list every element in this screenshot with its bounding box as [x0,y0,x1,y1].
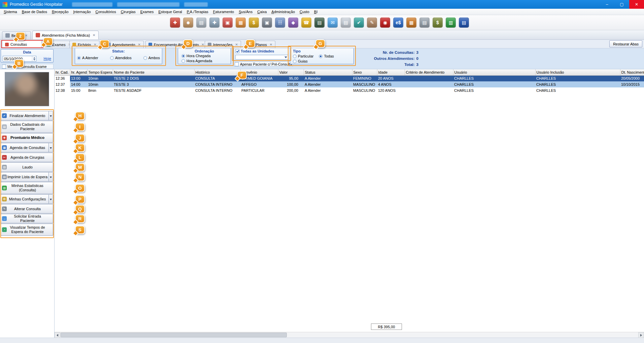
menu-item-custo[interactable]: Custo [297,9,312,14]
clinic-icon[interactable]: ✚ [209,17,219,28]
scroll-left-arrow[interactable] [55,332,60,338]
radio-guias[interactable]: Guias [293,59,308,63]
radio-ambos[interactable]: Ambos [143,56,160,60]
dropdown-arrow-icon[interactable] [48,195,53,203]
radio-hora-chegada[interactable]: Hora Chegada [181,54,212,58]
tab-close-icon[interactable]: ✕ [138,43,141,46]
printer-icon[interactable]: ▤ [419,17,430,28]
ambulance-icon[interactable]: ▣ [223,17,233,28]
table-row[interactable]: 12:3714:0010minTESTE 3CONSULTA INTERNOAF… [55,81,644,87]
maximize-button[interactable]: ▢ [614,0,629,9]
table-row[interactable]: 12:3815:008minTESTE ASDADFCONSULTA INTER… [55,87,644,93]
units-combobox[interactable] [235,55,289,60]
todas-unidades-checkbox[interactable]: Todas as Unidades [235,49,274,53]
sidebar-button-solicitar-entrada-paciente[interactable]: →Solicitar Entrada Paciente [1,214,53,223]
menu-item-bi[interactable]: BI [312,9,320,14]
chat-icon[interactable]: ✉ [328,17,338,28]
menu-item-sistema[interactable]: Sistema [1,9,20,14]
tasks-icon[interactable]: ✔ [354,17,364,28]
tab-encerramento-atendimento[interactable]: Encerramento Atendimento ✕ [145,41,207,48]
horizontal-scrollbar[interactable] [55,332,644,338]
notes-icon[interactable]: ✎ [367,17,377,28]
menu-item-recepcao[interactable]: Recepção [49,9,71,14]
close-button[interactable]: ✕ [629,0,644,9]
column-header-status[interactable]: Status [304,69,352,75]
tab-close-icon[interactable]: ✕ [25,34,28,37]
sidebar-button-minhas-estatisticas-consulta[interactable]: ▥Minhas Estatísticas (Consulta) [1,182,53,194]
ledger-icon[interactable]: ▤ [314,17,325,28]
sidebar-button-finalizar-atendimento[interactable]: ✔Finalizar Atendimento [1,111,53,120]
scroll-right-arrow[interactable] [638,332,644,338]
wallet-icon[interactable]: $ [433,17,443,28]
column-header-tempo-espera[interactable]: Tempo Espera [87,69,113,75]
pre-consulta-checkbox[interactable]: Apenas Paciente c/ Pré-Consulta [234,62,293,67]
sidebar-button-laudo[interactable]: ▤Laudo [1,162,53,172]
tab-fichario[interactable]: Fichário ✕ [69,41,100,48]
scrollbar-thumb[interactable] [61,333,287,337]
radio-atendidos[interactable]: Atendidos [110,56,132,60]
tab-atendimentos-ficha-medica[interactable]: Atendimentos (Ficha Médica) ✕ [32,31,99,39]
column-header-hr-cad[interactable]: hr. Cad. [55,69,70,75]
tab-close-icon[interactable]: ✕ [201,43,204,46]
sidebar-button-minhas-configuracoes[interactable]: ⚙Minhas Configurações [1,194,53,204]
column-header-usuario[interactable]: Usuário [453,69,535,75]
stock-icon[interactable]: ▦ [236,17,246,28]
esocial-icon[interactable]: e$ [393,17,403,28]
column-header-criterio-de-atendimento[interactable]: Critério de Atendimento [405,69,453,75]
table-row[interactable]: 12:3613:0010minTESTE 2 DOISCONSULTAUNIME… [55,75,644,81]
restaurar-abas-button[interactable]: Restaurar Abas [609,40,642,47]
column-header-nome-do-paciente[interactable]: Nome do Paciente [113,69,194,75]
menu-item-base-de-dados[interactable]: Base de Dados [20,9,49,14]
sidebar-button-imprimir-lista-de-espera[interactable]: ▤Imprimir Lista de Espera [1,172,53,182]
column-header-idade[interactable]: Idade [377,69,405,75]
column-header-valor[interactable]: Valor [278,69,304,75]
column-header-dt-nascimento[interactable]: Dt. Nascimento [620,69,644,75]
menu-item-internacao[interactable]: Internação [71,9,93,14]
tab-close-icon[interactable]: ✕ [235,43,238,46]
sidebar-button-dados-cadastrais-do-paciente[interactable]: ▤Dados Cadastrais do Paciente [1,121,53,133]
power-icon[interactable]: ◉ [380,17,390,28]
menu-item-exames[interactable]: Exames [138,9,156,14]
management-icon[interactable]: ☷ [275,17,285,28]
tab-close-icon[interactable]: ✕ [93,33,95,37]
menu-item-sus-ans[interactable]: Sus/Ans [236,9,255,14]
tab-close-icon[interactable]: ✕ [94,43,96,46]
sidebar-button-prontuario-medico[interactable]: ✚Prontuário Médico [1,133,53,143]
report-icon[interactable]: ▤ [341,17,351,28]
manual-icon[interactable]: ▤ [459,17,469,28]
sidebar-button-visualizar-tempos-de-espera-do-paciente[interactable]: ◔Visualizar Tempos de Espera do Paciente [1,224,53,236]
menu-item-faturamento[interactable]: Faturamento [211,9,236,14]
menu-item-estoque-geral[interactable]: Estoque Geral [156,9,184,14]
schedule-icon[interactable]: ▤ [196,17,206,28]
sidebar-button-agenda-de-cirurgias[interactable]: ✂Agenda de Cirurgias [1,153,53,162]
column-header-sexo[interactable]: Sexo [352,69,377,75]
modules-icon[interactable]: ◆ [288,17,298,28]
sidebar-button-alterar-consulta[interactable]: ✎Alterar Consulta [1,204,53,214]
menu-item-p-a-terapias[interactable]: P.A./Terapias [184,9,211,14]
column-header-hr-agend[interactable]: hr. Agend. [70,69,87,75]
minimize-button[interactable]: – [600,0,614,9]
column-header-historico[interactable]: Histórico [194,69,240,75]
menu-item-consultorios[interactable]: Consultórios [93,9,118,14]
chart-icon[interactable]: ▥ [446,17,456,28]
billing-icon[interactable]: $ [249,17,259,28]
menu-item-caixa[interactable]: Caixa [255,9,269,14]
dropdown-arrow-icon[interactable] [48,143,53,152]
tab-consultas[interactable]: Consultas [2,40,42,48]
supplies-icon[interactable]: ▦ [406,17,416,28]
safe-icon[interactable]: ▣ [262,17,272,28]
dropdown-arrow-icon[interactable] [48,111,53,120]
patients-icon[interactable]: ☻ [183,17,193,28]
today-link[interactable]: Hoje [43,56,51,61]
radio-todas[interactable]: Todas [319,54,334,58]
radio-a-atender[interactable]: A Atender [77,56,98,60]
emergency-icon[interactable]: ✚ [170,17,180,28]
radio-hora-agendada[interactable]: Hora Agendada [181,59,212,63]
radio-particular[interactable]: Particular [293,54,313,58]
tab-close-icon[interactable]: ✕ [270,43,272,46]
phonebook-icon[interactable]: ☎ [301,17,311,28]
dropdown-arrow-icon[interactable] [48,173,53,181]
tab-agendamento[interactable]: Agendamento ✕ [104,41,144,48]
date-spinner[interactable] [32,56,36,61]
menu-item-cirurgias[interactable]: Cirurgias [118,9,138,14]
